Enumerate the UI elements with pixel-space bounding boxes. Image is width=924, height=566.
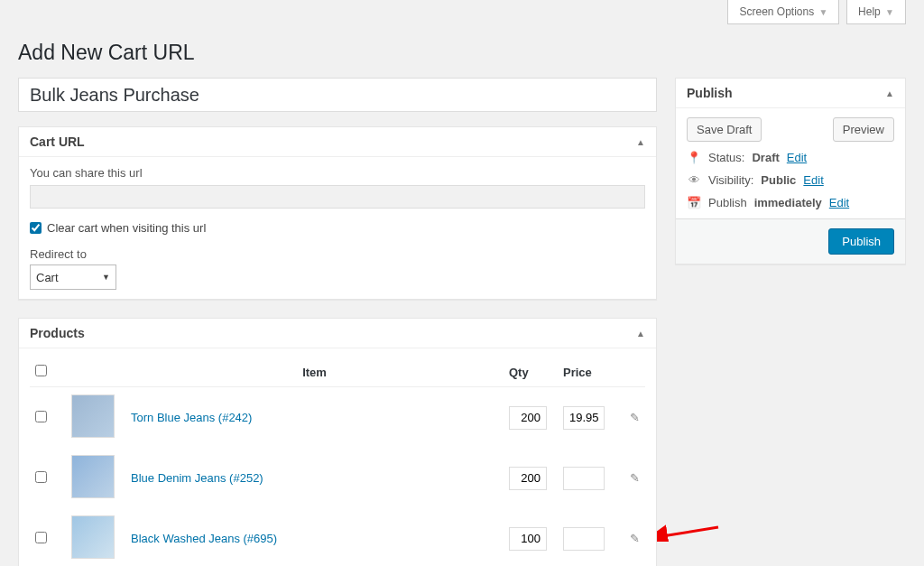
pencil-icon[interactable]: ✎ (630, 411, 640, 424)
price-input[interactable] (563, 406, 605, 430)
visibility-value: Public (761, 173, 796, 187)
redirect-select[interactable]: Cart ▼ (30, 264, 116, 290)
visibility-label: Visibility: (708, 173, 753, 187)
pencil-icon[interactable]: ✎ (630, 471, 640, 485)
col-price: Price (558, 357, 621, 387)
collapse-toggle[interactable]: ▲ (885, 88, 894, 98)
screen-options-tab[interactable]: Screen Options ▼ (727, 0, 839, 24)
page-title: Add New Cart URL (18, 41, 906, 65)
products-table: Item Qty Price Torn Blue Jeans (#242) (30, 357, 645, 566)
col-item: Item (125, 357, 504, 387)
screen-options-label: Screen Options (739, 5, 814, 18)
edit-visibility-link[interactable]: Edit (803, 173, 823, 187)
product-thumbnail (71, 455, 115, 498)
row-checkbox[interactable] (35, 411, 47, 422)
cart-url-field[interactable] (30, 185, 645, 209)
product-link[interactable]: Torn Blue Jeans (#242) (131, 411, 252, 424)
cart-url-title-input[interactable] (18, 78, 657, 112)
publish-button[interactable]: Publish (828, 228, 894, 255)
collapse-toggle[interactable]: ▲ (636, 329, 645, 339)
status-label: Status: (708, 151, 744, 164)
qty-input[interactable] (509, 467, 547, 490)
table-row: Blue Denim Jeans (#252) ✎ (30, 448, 645, 508)
price-input[interactable] (563, 527, 605, 551)
table-row: Black Washed Jeans (#695) ✎ (30, 508, 645, 566)
preview-button[interactable]: Preview (833, 117, 894, 142)
product-thumbnail (71, 394, 115, 438)
publish-heading: Publish (687, 86, 733, 100)
price-input[interactable] (563, 467, 605, 490)
help-label: Help (858, 5, 881, 18)
products-heading: Products (30, 326, 85, 340)
products-box: Products ▲ Item Qty Price (18, 318, 657, 566)
clear-cart-row[interactable]: Clear cart when visiting this url (30, 221, 645, 235)
status-value: Draft (752, 151, 779, 164)
row-checkbox[interactable] (35, 532, 47, 543)
clear-cart-label: Clear cart when visiting this url (47, 221, 206, 235)
chevron-down-icon: ▼ (885, 7, 894, 17)
eye-icon: 👁 (687, 173, 701, 187)
help-tab[interactable]: Help ▼ (846, 0, 906, 24)
col-qty: Qty (504, 357, 558, 387)
edit-status-link[interactable]: Edit (787, 151, 807, 164)
product-link[interactable]: Blue Denim Jeans (#252) (131, 471, 263, 485)
publish-box: Publish ▲ Save Draft Preview 📍 Status: D… (675, 78, 906, 264)
select-all-checkbox[interactable] (35, 365, 47, 376)
table-row: Torn Blue Jeans (#242) ✎ (30, 387, 645, 449)
qty-input[interactable] (509, 406, 547, 430)
pencil-icon[interactable]: ✎ (630, 532, 640, 545)
cart-url-box: Cart URL ▲ You can share this url Clear … (18, 126, 657, 300)
redirect-value: Cart (36, 271, 59, 284)
row-checkbox[interactable] (35, 471, 47, 483)
qty-input[interactable] (509, 527, 547, 551)
product-link[interactable]: Black Washed Jeans (#695) (131, 532, 277, 545)
schedule-prefix: Publish (708, 196, 747, 209)
calendar-icon: 📅 (687, 196, 701, 209)
redirect-label: Redirect to (30, 247, 645, 261)
save-draft-button[interactable]: Save Draft (687, 117, 762, 142)
schedule-value: immediately (754, 196, 822, 209)
cart-url-heading: Cart URL (30, 135, 85, 149)
pin-icon: 📍 (687, 151, 701, 164)
chevron-down-icon: ▼ (819, 7, 828, 17)
clear-cart-checkbox[interactable] (30, 222, 42, 234)
share-url-label: You can share this url (30, 166, 645, 180)
edit-schedule-link[interactable]: Edit (829, 196, 849, 209)
chevron-down-icon: ▼ (102, 273, 110, 282)
product-thumbnail (71, 515, 115, 559)
collapse-toggle[interactable]: ▲ (636, 137, 645, 147)
